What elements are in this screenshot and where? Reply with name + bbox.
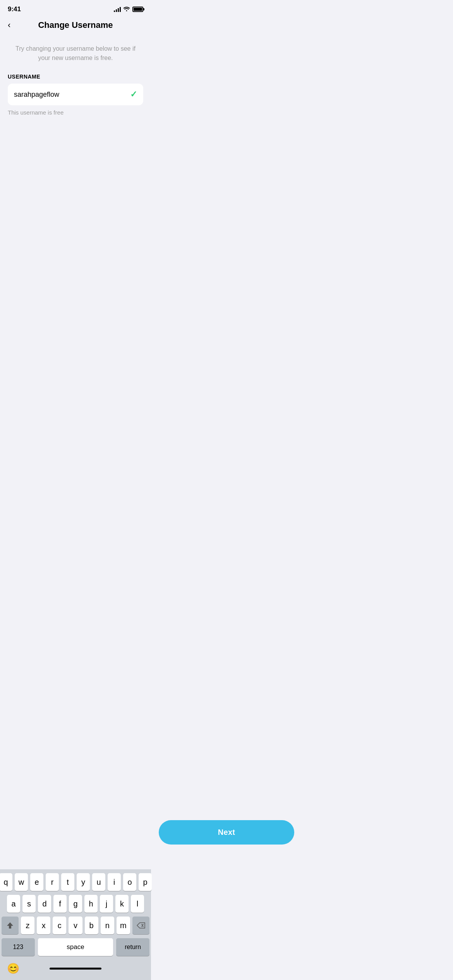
main-content: Try changing your username below to see … [0,36,151,116]
signal-icon [114,7,121,12]
status-bar: 9:41 [0,0,151,16]
subtitle-text: Try changing your username below to see … [8,44,143,63]
battery-icon [132,7,143,12]
availability-text: This username is free [8,109,143,116]
nav-header: ‹ Change Username [0,16,151,36]
status-icons [114,6,143,12]
check-icon: ✓ [130,89,137,99]
username-input-wrapper: ✓ [8,84,143,105]
username-input[interactable] [14,91,130,99]
page-title: Change Username [38,20,113,30]
back-button[interactable]: ‹ [8,21,10,29]
wifi-icon [123,6,130,12]
status-time: 9:41 [8,5,21,13]
username-field-label: USERNAME [8,74,143,80]
